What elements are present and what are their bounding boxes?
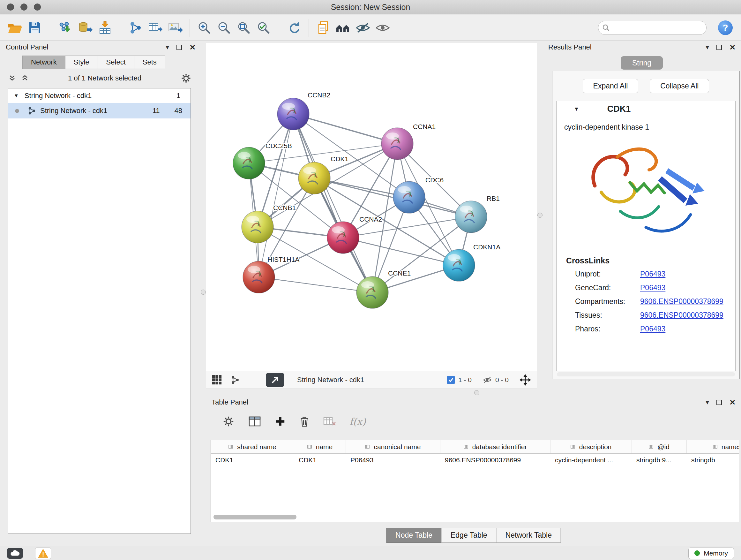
- import-table-button[interactable]: [95, 18, 115, 37]
- crosslink-tissues-link[interactable]: 9606.ENSP00000378699: [640, 311, 735, 320]
- network-node-CDK1[interactable]: CDK1: [298, 155, 348, 194]
- network-node-CDKN1A[interactable]: CDKN1A: [443, 243, 500, 281]
- table-horizontal-scrollbar[interactable]: [213, 515, 296, 519]
- network-node-RB1[interactable]: RB1: [455, 195, 500, 233]
- network-collection-row[interactable]: ▼ String Network - cdk1 1: [8, 88, 191, 103]
- column-header-database-identifier[interactable]: database identifier: [441, 440, 550, 453]
- gear-icon[interactable]: [181, 73, 192, 84]
- tab-string[interactable]: String: [621, 56, 663, 70]
- detach-view-button[interactable]: [266, 373, 284, 387]
- warnings-button[interactable]: [35, 548, 51, 559]
- expand-all-icon[interactable]: [21, 75, 29, 82]
- panel-menu-icon[interactable]: ▾: [705, 44, 709, 51]
- show-columns-icon[interactable]: [248, 416, 261, 427]
- crosslink-genecard-link[interactable]: P06493: [640, 284, 735, 292]
- hide-details-button[interactable]: [353, 18, 373, 37]
- panel-float-icon[interactable]: [717, 400, 722, 405]
- tab-style[interactable]: Style: [65, 56, 98, 69]
- import-network-file-button[interactable]: [56, 18, 75, 37]
- help-button[interactable]: ?: [718, 20, 733, 35]
- clone-network-button[interactable]: [126, 18, 145, 37]
- zoom-window-button[interactable]: [34, 3, 41, 10]
- right-splitter-handle[interactable]: [537, 212, 542, 218]
- tab-sets[interactable]: Sets: [134, 56, 165, 69]
- column-header-shared-name[interactable]: shared name: [211, 440, 294, 453]
- network-node-HIST1H1A[interactable]: HIST1H1A: [243, 256, 299, 293]
- zoom-fit-button[interactable]: [234, 18, 254, 37]
- zoom-in-button[interactable]: [194, 18, 214, 37]
- tab-network-table[interactable]: Network Table: [496, 528, 561, 543]
- zoom-selected-button[interactable]: [254, 18, 273, 37]
- table-settings-gear-icon[interactable]: [222, 415, 234, 428]
- zoom-out-button[interactable]: [214, 18, 234, 37]
- export-network-button[interactable]: [145, 18, 165, 37]
- cell-database-identifier[interactable]: 9606.ENSP00000378699: [441, 454, 550, 466]
- cell-id[interactable]: stringdb:9...: [632, 454, 687, 466]
- open-session-button[interactable]: [5, 18, 25, 37]
- annotation-button[interactable]: [313, 18, 333, 37]
- left-splitter-handle[interactable]: [201, 290, 206, 295]
- network-edge-CDK1-RB1[interactable]: [314, 178, 471, 217]
- network-edge-CCNB2-HIST1H1A[interactable]: [259, 114, 293, 277]
- column-header-namespace[interactable]: namespace: [687, 440, 739, 453]
- column-header-id[interactable]: @id: [632, 440, 687, 453]
- memory-button[interactable]: Memory: [688, 548, 734, 559]
- collapse-all-icon[interactable]: [8, 75, 16, 82]
- network-edge-CCNB2-CCNA1[interactable]: [293, 114, 397, 144]
- expand-all-button[interactable]: Expand All: [583, 79, 638, 93]
- network-edge-HIST1H1A-CCNE1[interactable]: [259, 277, 373, 293]
- table-row[interactable]: CDK1 CDK1 P06493 9606.ENSP00000378699 cy…: [211, 454, 739, 466]
- network-node-CCNB1[interactable]: CCNB1: [242, 204, 296, 243]
- cell-shared-name[interactable]: CDK1: [211, 454, 294, 466]
- network-node-CCNA1[interactable]: CCNA1: [381, 123, 435, 160]
- save-session-button[interactable]: [25, 18, 45, 37]
- network-node-CCNB2[interactable]: CCNB2: [277, 91, 330, 130]
- tab-edge-table[interactable]: Edge Table: [441, 528, 496, 543]
- tab-select[interactable]: Select: [98, 56, 134, 69]
- protein-section-header[interactable]: ▼ CDK1: [556, 101, 735, 117]
- cell-name[interactable]: CDK1: [294, 454, 346, 466]
- panel-float-icon[interactable]: [177, 45, 182, 50]
- network-row-selected[interactable]: String Network - cdk1 11 48: [8, 103, 191, 118]
- panel-menu-icon[interactable]: ▾: [165, 44, 169, 51]
- crosslink-uniprot-link[interactable]: P06493: [640, 270, 735, 278]
- minimize-window-button[interactable]: [20, 3, 27, 10]
- section-expander-icon[interactable]: ▼: [574, 106, 579, 112]
- network-view-icon[interactable]: [230, 375, 240, 385]
- add-column-plus-icon[interactable]: [275, 416, 286, 427]
- grid-view-icon[interactable]: [212, 375, 222, 385]
- results-scrollbar[interactable]: [557, 372, 735, 376]
- crosslink-pharos-link[interactable]: P06493: [640, 325, 735, 333]
- column-header-name[interactable]: name: [294, 440, 346, 453]
- delete-trash-icon[interactable]: [299, 415, 310, 428]
- panel-menu-icon[interactable]: ▾: [705, 398, 709, 406]
- column-header-description[interactable]: description: [550, 440, 632, 453]
- selected-checkbox-icon[interactable]: [447, 376, 455, 384]
- cloud-status-button[interactable]: [7, 548, 23, 559]
- pan-move-icon[interactable]: [520, 374, 531, 386]
- panel-close-icon[interactable]: ×: [730, 399, 735, 406]
- export-image-button[interactable]: [165, 18, 185, 37]
- bottom-splitter-handle[interactable]: [474, 390, 479, 395]
- collapse-all-button[interactable]: Collapse All: [650, 79, 709, 93]
- tab-network[interactable]: Network: [22, 56, 65, 69]
- hidden-eye-slash-icon[interactable]: [482, 376, 492, 384]
- close-window-button[interactable]: [7, 3, 14, 10]
- tab-node-table[interactable]: Node Table: [386, 528, 442, 543]
- search-input[interactable]: [610, 23, 702, 32]
- panel-float-icon[interactable]: [717, 45, 722, 50]
- cell-canonical-name[interactable]: P06493: [346, 454, 441, 466]
- network-edge-CCNB2-CCNE1[interactable]: [293, 114, 373, 293]
- panel-close-icon[interactable]: ×: [190, 44, 195, 51]
- panel-close-icon[interactable]: ×: [730, 44, 735, 51]
- show-details-button[interactable]: [373, 18, 393, 37]
- network-graph[interactable]: CCNB2CCNA1CDC25BCDK1CDC6RB1CCNB1CCNA2CDK…: [206, 43, 537, 371]
- graphics-details-button[interactable]: [333, 18, 353, 37]
- refresh-view-button[interactable]: [284, 18, 304, 37]
- network-canvas[interactable]: CCNB2CCNA1CDC25BCDK1CDC6RB1CCNB1CCNA2CDK…: [206, 42, 537, 389]
- search-box[interactable]: [598, 21, 706, 35]
- crosslink-compartments-link[interactable]: 9606.ENSP00000378699: [640, 297, 735, 306]
- import-network-database-button[interactable]: [75, 18, 95, 37]
- tree-expander-icon[interactable]: ▼: [14, 93, 19, 99]
- cell-description[interactable]: cyclin-dependent ...: [550, 454, 632, 466]
